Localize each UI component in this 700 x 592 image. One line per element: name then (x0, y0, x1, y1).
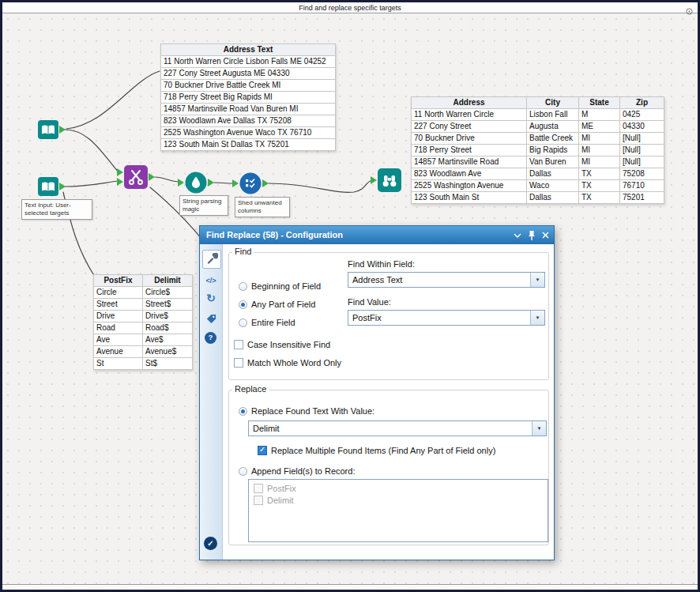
find-within-field-dropdown[interactable]: Address Text ▼ (348, 272, 545, 288)
cell: Ave$ (143, 334, 193, 346)
table-header-row: Address City State Zip (412, 97, 664, 109)
radio-label[interactable]: Entire Field (251, 318, 295, 327)
postfix-table: PostFix Delimit CircleCircle$ StreetStre… (93, 274, 193, 370)
checkbox-label[interactable]: Case Insensitive Find (247, 340, 330, 349)
pin-icon[interactable] (528, 230, 536, 241)
column-header: Zip (620, 97, 664, 109)
cell: Dallas (527, 168, 579, 180)
table-row: RoadRoad$ (94, 322, 193, 334)
radio-icon[interactable] (239, 467, 247, 476)
checkbox-icon[interactable] (234, 340, 243, 349)
cell: 14857 Martinsville Road Van Buren MI (161, 104, 336, 115)
bottom-strip (2, 584, 698, 590)
result-table: Address City State Zip 11 North Warren C… (411, 96, 664, 204)
cell: M (579, 109, 620, 121)
cell: Road (94, 322, 143, 334)
radio-replace-found-text[interactable]: Replace Found Text With Value: (239, 406, 374, 416)
radio-beginning-of-field[interactable]: Beginning of Field (239, 281, 321, 291)
case-insensitive-checkbox[interactable]: Case Insensitive Find (234, 340, 330, 349)
find-value-dropdown[interactable]: PostFix ▼ (348, 310, 545, 326)
radio-icon-selected[interactable] (239, 407, 247, 416)
radio-label[interactable]: Replace Found Text With Value: (251, 406, 374, 416)
dropdown-arrow-icon[interactable]: ▼ (532, 421, 546, 436)
find-group: Beginning of Field Any Part of Field Ent… (228, 252, 549, 380)
browse-tool[interactable] (378, 168, 401, 195)
table-row: CircleCircle$ (94, 287, 193, 299)
config-panel-title: Find Replace (58) - Configuration (206, 230, 343, 239)
cell: Lisbon Fall (527, 109, 579, 121)
replace-value-dropdown[interactable]: Delimit ▼ (248, 420, 547, 436)
cell: 70 Buckner Drive (412, 133, 527, 145)
replace-group: Replace Found Text With Value: Delimit ▼… (228, 390, 549, 545)
select-tool[interactable] (239, 172, 262, 198)
cell: Drive (94, 311, 143, 322)
dropdown-arrow-icon[interactable]: ▼ (530, 273, 544, 287)
match-whole-word-checkbox[interactable]: Match Whole Word Only (234, 358, 341, 368)
cell: 2525 Washington Avenue Waco TX 76710 (161, 127, 336, 139)
cell: Circle$ (143, 287, 193, 299)
text-input-annotation[interactable]: Text Input: User-selected targets (21, 199, 92, 220)
append-fields-listbox[interactable]: PostFix Delimit (248, 479, 548, 542)
window-control-icon[interactable] (686, 4, 693, 11)
radio-any-part-of-field[interactable]: Any Part of Field (239, 300, 315, 309)
radio-icon[interactable] (239, 282, 247, 291)
checkbox-icon[interactable] (234, 358, 243, 368)
tag-icon[interactable] (200, 313, 222, 327)
radio-entire-field[interactable]: Entire Field (239, 318, 295, 327)
replace-multiple-checkbox[interactable]: Replace Multiple Found Items (Find Any P… (258, 446, 495, 455)
help-icon[interactable]: ? (205, 332, 216, 344)
radio-label[interactable]: Beginning of Field (251, 281, 321, 291)
config-panel-titlebar[interactable]: Find Replace (58) - Configuration (200, 226, 554, 244)
radio-label[interactable]: Any Part of Field (251, 300, 315, 309)
cell: Augusta (527, 121, 579, 133)
cell: Battle Creek (527, 133, 579, 145)
cell: MI (579, 133, 620, 145)
checkbox-label[interactable]: Replace Multiple Found Items (Find Any P… (271, 446, 495, 455)
table-row: 718 Perry Street Big Rapids MI [Null] (412, 145, 664, 156)
find-within-field-label: Find Within Field: (348, 259, 415, 269)
text-input-tool-targets[interactable] (38, 177, 58, 199)
code-icon[interactable]: </> (200, 277, 222, 285)
table-row: 718 Perry Street Big Rapids MI (161, 92, 336, 104)
dropdown-arrow-icon[interactable]: ▼ (530, 311, 544, 325)
table-row: 11 North Warren Circle Lisbon Falls ME 0… (161, 56, 336, 68)
radio-label[interactable]: Append Field(s) to Record: (251, 466, 355, 476)
select-checklist-icon (239, 172, 262, 194)
cell: 75201 (620, 192, 664, 204)
cell: [Null] (620, 156, 664, 168)
binoculars-icon (378, 168, 401, 192)
cell: St (94, 358, 143, 370)
formula-annotation[interactable]: String parsing magic (179, 195, 228, 216)
cell: ME (579, 121, 620, 133)
dropdown-value: Address Text (352, 275, 402, 285)
sync-icon[interactable]: ↻ (200, 292, 222, 304)
cell: 76710 (620, 180, 664, 192)
checkbox-label[interactable]: Match Whole Word Only (247, 358, 341, 368)
apply-check-icon[interactable]: ✓ (204, 537, 217, 550)
column-header: City (527, 97, 579, 109)
cell: 0425 (620, 109, 664, 121)
find-value-label: Find Value: (348, 297, 391, 307)
wrench-tab[interactable] (202, 250, 221, 269)
radio-icon-selected[interactable] (239, 300, 247, 309)
droplet-icon (185, 172, 207, 194)
text-input-tool-addresses[interactable] (38, 120, 58, 142)
table-row: 14857 Martinsville Road Van Buren MI (161, 104, 336, 115)
column-header: PostFix (94, 275, 143, 287)
cell: 14857 Martinsville Road (412, 156, 527, 168)
table-row: 14857 Martinsville Road Van Buren MI [Nu… (412, 156, 664, 168)
find-replace-tool[interactable] (124, 165, 148, 192)
table-row: 70 Buckner Drive Battle Creek MI [Null] (412, 133, 664, 145)
radio-icon[interactable] (239, 319, 247, 327)
cell: [Null] (620, 145, 664, 156)
close-icon[interactable] (542, 232, 549, 239)
cell: 718 Perry Street Big Rapids MI (161, 92, 336, 104)
formula-tool[interactable] (185, 172, 207, 197)
select-annotation[interactable]: Shed unwanted columns (235, 197, 290, 217)
checkbox-disabled-icon (254, 484, 263, 493)
chevron-down-icon[interactable] (514, 233, 521, 238)
radio-append-fields[interactable]: Append Field(s) to Record: (239, 466, 355, 476)
cell: 823 Woodlawn Ave Dallas TX 75208 (161, 115, 336, 127)
checkbox-checked-icon[interactable] (258, 446, 267, 455)
cell: 227 Cony Street Augusta ME 04330 (161, 68, 336, 80)
